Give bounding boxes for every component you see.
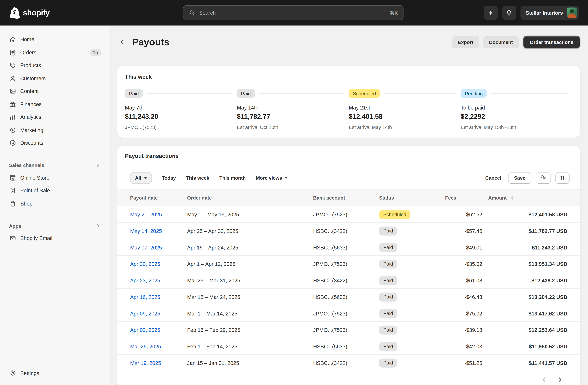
sidebar-item-shopify-email[interactable]: Shopify Email: [5, 232, 105, 244]
column-header-amount[interactable]: Amount: [485, 190, 580, 206]
sidebar-item-analytics[interactable]: Analytics: [5, 111, 105, 123]
payout-date-link[interactable]: May 21, 2025: [130, 211, 162, 217]
sidebar-section-sales-channels[interactable]: Sales channels: [5, 160, 105, 171]
search-filter-button[interactable]: [536, 172, 551, 184]
sidebar-item-home[interactable]: Home: [5, 33, 105, 45]
payout-date-link[interactable]: May 14, 2025: [130, 228, 162, 234]
column-header-fees: Fees: [442, 190, 485, 206]
sidebar-item-content[interactable]: Content: [5, 85, 105, 97]
filter-tab-all[interactable]: All: [130, 172, 152, 184]
table-row: Mar 26, 2025 Feb 1 – Feb 14, 2025 HSBC..…: [117, 338, 580, 355]
amount-cell: $11,950.52 USD: [485, 338, 580, 355]
search-placeholder: Search: [199, 10, 216, 16]
next-page-button[interactable]: [555, 375, 565, 384]
status-badge: Paid: [379, 309, 397, 318]
filter-tab-this-week[interactable]: This week: [186, 175, 209, 181]
column-header-bank-account: Bank account: [310, 190, 376, 206]
sidebar-item-label: Orders: [20, 49, 36, 55]
sidebar-item-online-store[interactable]: Online Store: [5, 171, 105, 183]
payout-date-link[interactable]: Apr 23, 2025: [130, 277, 160, 283]
status-badge: Scheduled: [349, 89, 380, 98]
status-badge: Paid: [125, 89, 143, 98]
store-menu-button[interactable]: Stellar Interiors: [521, 6, 579, 20]
sidebar-item-shop[interactable]: Shop: [5, 197, 105, 209]
table-row: May 14, 2025 Apr 25 – Apr 30, 2025 HSBC.…: [117, 222, 580, 239]
sort-carets-icon[interactable]: [510, 195, 514, 201]
order-transactions-button[interactable]: Order transactions: [523, 36, 580, 48]
back-button[interactable]: [117, 36, 129, 48]
sidebar-item-customers[interactable]: Customers: [5, 72, 105, 84]
fees-cell: -$61.08: [442, 272, 485, 289]
sidebar-item-marketing[interactable]: Marketing: [5, 124, 105, 136]
payout-date-link[interactable]: Apr 30, 2025: [130, 261, 160, 267]
payout-date: May 21st: [349, 105, 461, 110]
status-badge: Paid: [379, 358, 397, 367]
payout-amount: $12,401.58: [349, 113, 461, 121]
filter-bar: All Today This week This month More view…: [130, 172, 570, 184]
payout-date-link[interactable]: Mar 19, 2025: [130, 360, 161, 366]
amount-cell: $11,441.57 USD: [485, 355, 580, 371]
payout-date-link[interactable]: Apr 09, 2025: [130, 310, 160, 316]
timeline-line: [491, 93, 568, 94]
payout-amount: $11,782.77: [237, 113, 349, 121]
store-name: Stellar Interiors: [526, 10, 563, 16]
sidebar-item-label: Products: [20, 62, 41, 68]
filter-tab-this-month[interactable]: This month: [219, 175, 246, 181]
filter-tab-today[interactable]: Today: [162, 175, 176, 181]
save-button[interactable]: Save: [508, 172, 531, 184]
sidebar-item-discounts[interactable]: Discounts: [5, 137, 105, 149]
fees-cell: -$42.03: [442, 338, 485, 355]
fees-cell: -$39.18: [442, 321, 485, 338]
sidebar-item-point-of-sale[interactable]: Point of Sale: [5, 185, 105, 196]
status-badge: Paid: [379, 276, 397, 285]
amount-cell: $12,253.64 USD: [485, 321, 580, 338]
section-label: Sales channels: [9, 162, 44, 168]
chevron-right-icon: [95, 162, 101, 168]
payout-date-link[interactable]: Apr 16, 2025: [130, 294, 160, 300]
status-badge: Paid: [379, 325, 397, 334]
fees-cell: -$51.25: [442, 355, 485, 371]
bank-account-cell: HSBC...(3422): [310, 272, 376, 289]
fees-cell: -$62.52: [442, 206, 485, 223]
table-row: Apr 23, 2025 Mar 25 – Mar 31, 2025 HSBC.…: [117, 272, 580, 289]
payout-summary: Scheduled May 21st $12,401.58 Est arriva…: [349, 89, 461, 130]
export-button[interactable]: Export: [452, 36, 479, 48]
document-button[interactable]: Document: [483, 36, 519, 48]
table-header-row: Payout date Order date Bank account Stat…: [117, 190, 580, 206]
payout-date-link[interactable]: May 07, 2025: [130, 244, 162, 250]
sidebar-item-label: Marketing: [20, 127, 43, 133]
sidebar-item-orders[interactable]: Orders 15: [5, 46, 105, 58]
order-date-cell: Apr 25 – Apr 30, 2025: [184, 222, 310, 239]
status-badge: Paid: [379, 226, 397, 235]
amount-cell: $12,438.2 USD: [485, 272, 580, 289]
notifications-button[interactable]: [502, 6, 516, 20]
payout-date-link[interactable]: Mar 26, 2025: [130, 343, 161, 349]
cancel-button[interactable]: Cancel: [483, 175, 504, 181]
sidebar-item-finances[interactable]: Finances: [5, 98, 105, 110]
timeline-line: [384, 93, 456, 94]
previous-page-button[interactable]: [540, 375, 549, 384]
fees-cell: -$35.02: [442, 256, 485, 272]
status-badge: Paid: [379, 342, 397, 351]
sidebar-item-label: Customers: [20, 75, 46, 81]
fees-cell: -$49.01: [442, 239, 485, 256]
payout-date-link[interactable]: Apr 02, 2025: [130, 327, 160, 333]
search-icon: [189, 9, 195, 16]
sidebar-section-apps[interactable]: Apps: [5, 220, 105, 231]
sidebar-item-label: Content: [20, 88, 39, 94]
amount-cell: $10,204.22 USD: [485, 289, 580, 305]
global-search-input[interactable]: Search ⌘K: [183, 5, 403, 20]
page-title: Payouts: [132, 36, 169, 48]
bank-account-cell: HSBC...(3422): [310, 222, 376, 239]
shopify-logo[interactable]: shopify: [9, 6, 50, 19]
sidebar-item-settings[interactable]: Settings: [5, 367, 105, 379]
sidebar-item-products[interactable]: Products: [5, 59, 105, 71]
sort-button[interactable]: [555, 172, 570, 184]
sidebar-item-label: Shop: [20, 200, 32, 206]
fees-cell: -$75.02: [442, 305, 485, 321]
filter-tab-more-views[interactable]: More views: [256, 175, 288, 181]
sidebar-item-label: Home: [20, 36, 34, 43]
amount-cell: $13,417.62 USD: [485, 305, 580, 321]
amount-cell: $10,951.34 USD: [485, 256, 580, 272]
sparkle-button[interactable]: [484, 6, 498, 20]
